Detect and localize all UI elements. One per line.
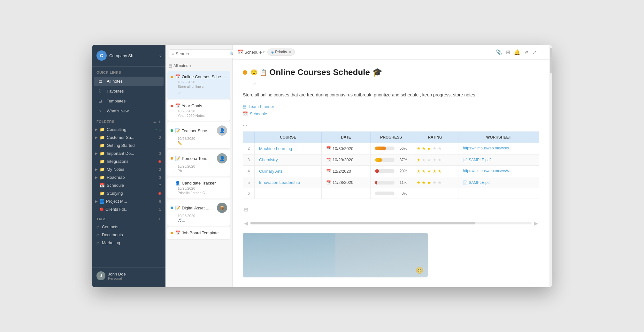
course-date: 📅 10/29/2020	[322, 154, 371, 165]
course-worksheet[interactable]: https://nimbusweb.me/ws/sq5f...	[458, 165, 539, 177]
folder-item-schedule[interactable]: 📅 Schedule 7	[92, 181, 165, 189]
notification-icon[interactable]: 🔔	[514, 49, 520, 55]
folder-item-customer-su[interactable]: ▶ 📁 Customer Su... 2	[92, 133, 165, 141]
filter-button[interactable]: ⊟	[243, 205, 249, 214]
tag-item-marketing[interactable]: ◇ Marketing	[92, 239, 165, 247]
note-photo-area: 😊	[243, 233, 428, 277]
main-scrollbar[interactable]	[549, 45, 552, 287]
folder-item-roadmap[interactable]: ▶ 📁 Roadmap 3	[92, 173, 165, 181]
scroll-right-button[interactable]: ▶	[533, 219, 539, 228]
main-toolbar: 📅 Schedule ▾ ◈ Priority ✕ 📎 ⊞ 🔔 ⇗ ⤢ ···	[233, 45, 549, 60]
star-icon: ★	[417, 157, 421, 162]
dropdown-arrow-icon[interactable]: ▾	[189, 64, 191, 68]
priority-tag[interactable]: ◈ Priority ✕	[267, 49, 295, 56]
attachment-icon[interactable]: 📎	[496, 49, 502, 55]
note-type-icon: 📝	[175, 156, 180, 161]
folder-item-important-do[interactable]: ▶ 📁 Important Do... 3	[92, 149, 165, 157]
star-icon: ★	[427, 180, 431, 185]
note-priority-dot	[171, 76, 173, 78]
breadcrumb-icon: 📅	[238, 49, 243, 55]
note-item-digital-asset[interactable]: 📝 Digital Asset ... 📦 10/28/2020 🎵...	[167, 200, 230, 226]
note-item-job-board-template[interactable]: 📅 Job Board Template	[167, 227, 230, 240]
note-item-candidate-tracker[interactable]: 👤 Candidate Tracker 10/28/2020 Priscilla…	[167, 177, 230, 198]
note-link-team-planner[interactable]: ▤ Team Planner	[243, 104, 539, 109]
share-icon[interactable]: ⇗	[524, 49, 528, 55]
note-avatar: 📦	[217, 203, 227, 213]
search-input[interactable]	[176, 51, 229, 56]
more-content-button[interactable]: ···	[243, 123, 539, 128]
tag-add-icon[interactable]: +	[158, 216, 161, 222]
folder-name: Integrations	[107, 159, 157, 164]
course-worksheet[interactable]: https://nimbusweb.me/ws/sq5f...	[458, 143, 539, 154]
expand-icon[interactable]: ⤢	[532, 49, 536, 55]
folder-chevron-icon: ▶	[95, 152, 100, 155]
progress-bar-fill	[375, 147, 386, 150]
course-date: 📅 11/28/2020	[322, 177, 371, 188]
folder-sort-icon[interactable]: ≡	[153, 119, 156, 124]
breadcrumb-dropdown-icon[interactable]: ▾	[263, 50, 265, 54]
note-link-schedule[interactable]: 📅 Schedule	[243, 111, 539, 116]
folder-name: Getting Started	[107, 143, 161, 148]
progress-bar-fill	[375, 158, 382, 162]
scroll-left-button[interactable]: ◀	[243, 219, 249, 228]
folder-badge-icon	[158, 160, 161, 163]
course-worksheet[interactable]: 📄 SAMPLE.pdf	[458, 154, 539, 165]
folder-item-consulting[interactable]: ▶ 📁 Consulting ✓ 1	[92, 125, 165, 133]
folder-item-project-m[interactable]: ▶ 🔵 Project M... 6	[92, 197, 165, 205]
priority-remove-icon[interactable]: ✕	[288, 50, 291, 54]
tag-item-documents[interactable]: ◇ Documents	[92, 231, 165, 239]
note-item-persona-tem[interactable]: 📝 Persona Tem... 👤 10/28/2020 Ph...	[167, 150, 230, 176]
course-worksheet[interactable]: 📄 SAMPLE.pdf	[458, 177, 539, 188]
photo-content	[243, 233, 428, 277]
sidebar-item-templates[interactable]: ⊞ Templates	[94, 96, 164, 106]
star-icon: ★	[427, 146, 431, 151]
table-row: 5 Innovation Leadership 📅 11/28/2020	[243, 177, 539, 188]
note-priority-dot	[171, 105, 173, 107]
folder-item-studying[interactable]: 📁 Studying	[92, 189, 165, 197]
star-icon: ★	[438, 169, 442, 174]
note-item-teacher-sche[interactable]: 📝 Teacher Sche... 👤 10/28/2020 ✏️ ...	[167, 122, 230, 149]
smiley-icon: 🙂	[250, 69, 257, 76]
folder-icon: 🔴	[100, 207, 103, 211]
scroll-track[interactable]	[250, 222, 532, 224]
folder-item-getting-started[interactable]: 📁 Getting Started	[92, 141, 165, 149]
folder-count: 6	[159, 200, 161, 203]
folder-add-icon[interactable]: +	[158, 119, 161, 124]
folder-item-my-notes[interactable]: ▶ 📁 My Notes 2	[92, 165, 165, 173]
note-description: Store all online courses that are free d…	[243, 91, 539, 99]
folder-name: Important Do...	[107, 151, 158, 156]
note-type-icon: 📅	[175, 74, 180, 79]
folder-item-integrations[interactable]: 📁 Integrations	[92, 157, 165, 165]
emoji-reaction-icon: 😊	[416, 267, 424, 274]
folder-item-clients-fol[interactable]: 🔴 Clients Fol... 1	[92, 205, 165, 213]
grid-view-icon[interactable]: ⊞	[506, 49, 510, 55]
course-name[interactable]: Machine Learning	[255, 143, 322, 154]
sidebar-collapse-btn[interactable]: ‹	[159, 53, 161, 58]
note-preview: Ph...	[178, 169, 227, 173]
folder-chevron-icon: ▶	[95, 176, 100, 179]
course-name[interactable]: Innovation Leadership	[255, 177, 322, 188]
course-name[interactable]: Chemistry	[255, 154, 322, 165]
star-icon: ★	[422, 169, 426, 174]
star-icon: ★	[427, 169, 431, 174]
calendar-icon: 📅	[326, 158, 331, 162]
table-scrollbar: ◀ ▶	[243, 219, 539, 228]
tag-item-contacts[interactable]: ◇ Contacts	[92, 223, 165, 231]
note-priority-dot	[171, 232, 173, 234]
folder-icon: 📁	[100, 175, 105, 180]
sidebar-item-whats-new[interactable]: ○ What's New	[94, 106, 164, 116]
sidebar-item-label: All notes	[107, 79, 159, 84]
note-item-year-goals[interactable]: 📅 Year Goals 10/28/2020 Year: 2020 Notes…	[167, 100, 230, 121]
folder-icon: 📁	[100, 127, 105, 132]
progress-bar-bg	[375, 192, 395, 195]
note-priority-dot	[171, 157, 173, 160]
note-item-online-courses[interactable]: 📅 Online Courses Schedu... 10/28/2020 St…	[167, 71, 230, 99]
star-icon: ★	[433, 169, 437, 174]
course-name[interactable]: Culinary Arts	[255, 165, 322, 177]
breadcrumb-schedule[interactable]: 📅 Schedule ▾	[238, 49, 265, 55]
notes-list-header: ≡ 🔍 +	[165, 45, 232, 61]
sidebar-item-all-notes[interactable]: ▤ All notes	[94, 77, 164, 86]
table-row: 6 0%	[243, 188, 539, 199]
more-options-icon[interactable]: ···	[540, 49, 544, 55]
sidebar-item-favorites[interactable]: ♡ Favorites	[94, 87, 164, 96]
